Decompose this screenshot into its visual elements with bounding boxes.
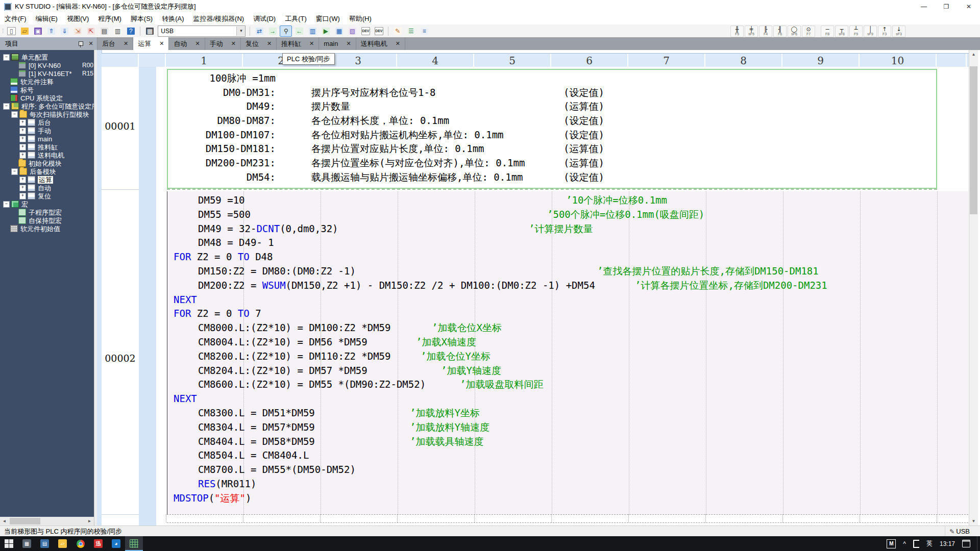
collapse-icon[interactable]: − — [3, 201, 10, 208]
tree-item-子程序型宏[interactable]: 子程序型宏 — [0, 208, 94, 216]
expand-icon[interactable]: + — [19, 136, 26, 142]
menu-item-1[interactable]: 文件(F) — [0, 13, 31, 24]
comment-block[interactable]: 100脉冲 =1mmDM0-DM31:摆片序号对应材料仓位号1-8(设定值)DM… — [167, 69, 937, 189]
minimize-button[interactable]: — — [913, 0, 935, 13]
print-icon[interactable]: ▤ — [98, 26, 110, 37]
expand-icon[interactable]: + — [19, 152, 26, 159]
menu-item-11[interactable]: 帮助(H) — [345, 13, 376, 24]
save-icon[interactable]: ▣ — [32, 26, 44, 37]
tree-item-复位[interactable]: +复位 — [0, 192, 94, 200]
registration-monitor-icon[interactable]: ▦ — [333, 26, 345, 37]
language-indicator[interactable]: 英 — [923, 536, 936, 551]
ladder-button-sF3[interactable]: ↓sF3 — [892, 26, 905, 37]
ladder-button-F3[interactable]: ↑F3 — [878, 26, 891, 37]
import-file-icon[interactable]: ⇲ — [71, 26, 84, 37]
collapse-icon[interactable]: − — [3, 103, 10, 110]
edit-pencil-icon[interactable]: ✎ — [391, 26, 404, 37]
ladder-button-F6[interactable]: ╢F6 — [773, 26, 787, 37]
plc-to-pc-icon[interactable]: ← — [293, 26, 305, 37]
export-file-icon[interactable]: ⇱ — [85, 26, 97, 37]
comment-list-icon[interactable]: ☰ — [405, 26, 417, 37]
ladder-button-sF6[interactable]: ◯sF6 — [788, 26, 801, 37]
tree-item-手动[interactable]: +手动 — [0, 127, 94, 135]
thunder-app-button[interactable]: 迅 — [89, 536, 107, 551]
tree-item-自保持型宏[interactable]: 自保持型宏 — [0, 216, 94, 224]
menu-item-3[interactable]: 视图(V) — [62, 13, 93, 24]
tab-close-icon[interactable]: ✕ — [231, 40, 236, 47]
tree-item-宏[interactable]: −宏 — [0, 200, 94, 208]
tree-item-标号[interactable]: 标号 — [0, 86, 94, 94]
task-view-button[interactable]: ▦ — [18, 536, 36, 551]
new-file-icon[interactable]: ▯ — [5, 26, 17, 37]
tree-item-单元配置[interactable]: −单元配置 — [0, 53, 94, 61]
expand-icon[interactable]: + — [19, 177, 26, 183]
ladder-button-F8[interactable]: ─F8 — [821, 26, 834, 37]
help-icon[interactable]: ? — [125, 26, 137, 37]
scrollbar-thumb[interactable] — [10, 518, 40, 524]
tab-运算[interactable]: 运算✕ — [133, 37, 169, 50]
close-button[interactable]: ✕ — [958, 0, 980, 13]
script-editor[interactable]: 12345678910 0000100002 100脉冲 =1mmDM0-DM3… — [97, 50, 969, 525]
usb-connect-icon[interactable]: ▦ — [143, 26, 156, 37]
tab-close-icon[interactable]: ✕ — [124, 40, 128, 47]
scroll-down-icon[interactable]: ▼ — [969, 517, 978, 525]
ladder-button-sF5[interactable]: ╪sF5 — [745, 26, 758, 37]
file-explorer-button[interactable]: ▱ — [54, 536, 71, 551]
start-button[interactable] — [0, 536, 18, 551]
tab-close-icon[interactable]: ✕ — [159, 40, 164, 47]
simulator-icon[interactable]: ▶ — [320, 26, 332, 37]
ladder-button-sF9[interactable]: │sF9 — [864, 26, 877, 37]
scroll-up-icon[interactable]: ▲ — [969, 50, 978, 59]
menu-item-4[interactable]: 程序(M) — [93, 13, 126, 24]
plc-verify-sync-icon[interactable]: ⚲ — [280, 26, 292, 37]
expand-icon[interactable]: + — [19, 128, 26, 134]
pin-icon[interactable] — [77, 40, 85, 48]
read-from-plc-icon[interactable]: ⇑ — [45, 26, 57, 37]
tree-item-main[interactable]: +main — [0, 135, 94, 143]
expand-icon[interactable]: + — [19, 119, 26, 126]
tab-后台[interactable]: 后台✕ — [97, 37, 133, 50]
tab-手动[interactable]: 手动✕ — [205, 37, 241, 50]
kv-studio-button[interactable] — [125, 536, 143, 551]
tree-item-送料电机[interactable]: +送料电机 — [0, 151, 94, 159]
menu-item-8[interactable]: 调试(D) — [249, 13, 280, 24]
tab-main[interactable]: main✕ — [319, 37, 356, 50]
ladder-button-F5[interactable]: ╫F5 — [730, 26, 744, 37]
mail-app-button[interactable]: ▤ — [36, 536, 54, 551]
label-list-icon[interactable]: ≡ — [418, 26, 430, 37]
show-desktop-button[interactable] — [977, 536, 980, 551]
expand-icon[interactable]: + — [19, 144, 26, 151]
tree-item-后台[interactable]: +后台 — [0, 118, 94, 127]
dev-monitor-2-icon[interactable]: DEV — [373, 26, 385, 37]
menu-item-9[interactable]: 工具(T) — [280, 13, 311, 24]
menu-item-5[interactable]: 脚本(S) — [126, 13, 157, 24]
tree-item-自动[interactable]: +自动 — [0, 184, 94, 192]
scroll-left-icon[interactable]: ◄ — [0, 517, 9, 525]
menu-item-6[interactable]: 转换(A) — [157, 13, 188, 24]
project-horizontal-scrollbar[interactable]: ◄ ► — [0, 517, 94, 525]
tree-item-运算[interactable]: +运算 — [0, 176, 94, 184]
scroll-right-icon[interactable]: ► — [85, 517, 94, 525]
menu-item-2[interactable]: 编辑(E) — [31, 13, 62, 24]
monitor-mode-icon[interactable]: ▥ — [306, 26, 318, 37]
tree-item-后备模块[interactable]: −后备模块 — [0, 167, 94, 176]
ladder-button-F7[interactable]: ⊙F7 — [802, 26, 815, 37]
editor-content[interactable]: 100脉冲 =1mmDM0-DM31:摆片序号对应材料仓位号1-8(设定值)DM… — [156, 67, 969, 525]
tree-item-程序-多仓位可随意设定序列摆放[interactable]: −程序: 多仓位可随意设定序列摆放 — [0, 102, 94, 110]
tree-item-每次扫描执行型模块[interactable]: −每次扫描执行型模块 — [0, 110, 94, 118]
tree-item-软元件注释[interactable]: 软元件注释 — [0, 78, 94, 86]
collapse-icon[interactable]: − — [3, 54, 10, 61]
restore-button[interactable]: ❐ — [935, 0, 958, 13]
tab-close-icon[interactable]: ✕ — [347, 40, 351, 47]
ladder-button-F9[interactable]: ┴F9 — [849, 26, 863, 37]
script-block[interactable]: DM59 =10’10个脉冲=位移0.1mmDM55 =500’500个脉冲=位… — [167, 191, 968, 514]
menu-item-7[interactable]: 监控器/模拟器(N) — [188, 13, 249, 24]
connection-select[interactable]: USB ▼ — [158, 26, 246, 37]
tree-item--1-KV-N16ET-[interactable]: [1] KV-N16ET*R15 — [0, 69, 94, 78]
tree-item-推料缸[interactable]: +推料缸 — [0, 143, 94, 151]
ladder-button-sF8[interactable]: ┬sF8 — [835, 26, 848, 37]
tab-close-icon[interactable]: ✕ — [195, 40, 200, 47]
editor-vertical-scrollbar[interactable]: ▲ ▼ — [969, 50, 978, 525]
menu-item-10[interactable]: 窗口(W) — [311, 13, 345, 24]
print-preview-icon[interactable]: ▥ — [111, 26, 124, 37]
